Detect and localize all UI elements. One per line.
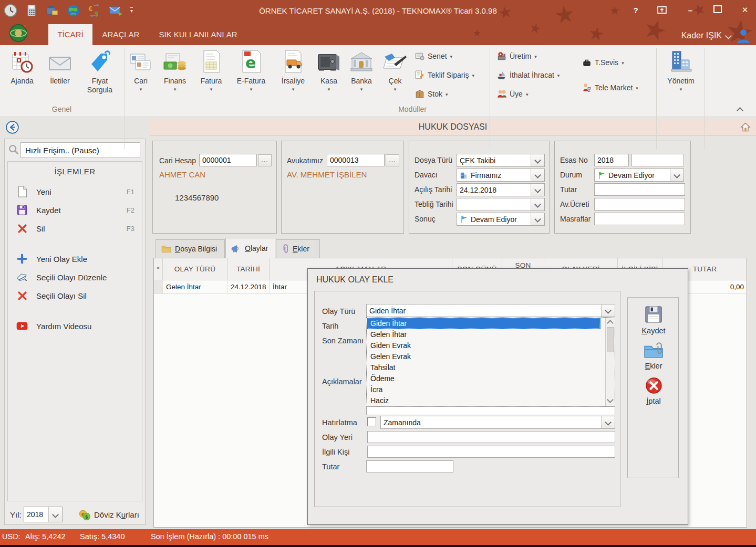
col-olay-turu[interactable]: OLAY TÜRÜ bbox=[163, 258, 227, 280]
chevron-down-icon[interactable] bbox=[531, 213, 544, 225]
ribbon-button-t-sevis[interactable]: T.Sevis▾ bbox=[582, 58, 624, 67]
chevron-down-icon[interactable] bbox=[601, 416, 615, 428]
ribbon-tab-araclar[interactable]: ARAÇLAR bbox=[99, 24, 143, 45]
sonuc-select[interactable]: Devam Ediyor bbox=[457, 213, 545, 226]
year-select[interactable]: 2018 bbox=[24, 507, 63, 522]
sidebar-item-sil[interactable]: Sil F3 bbox=[8, 220, 142, 236]
dialog-iptal-button[interactable]: İptal bbox=[628, 376, 679, 405]
chevron-down-icon[interactable] bbox=[601, 304, 615, 317]
aciklamalar-textarea[interactable] bbox=[366, 406, 615, 415]
ribbon-button-irsaliye[interactable]: İrsaliye ▾ bbox=[273, 49, 313, 92]
currency-coins-icon: €$ bbox=[78, 509, 91, 521]
chevron-down-icon[interactable] bbox=[48, 507, 62, 522]
back-button[interactable] bbox=[5, 120, 19, 134]
dropdown-option[interactable]: Gelen İhtar bbox=[367, 329, 600, 340]
ribbon-button-senet[interactable]: Senet▾ bbox=[415, 51, 452, 61]
sidebar-item-secili-olayi-duzenle[interactable]: Seçili Olayı Düzenle bbox=[8, 269, 142, 285]
esas-no-input-2[interactable] bbox=[631, 154, 684, 166]
sidebar-item-yeni[interactable]: Yeni F1 bbox=[8, 184, 142, 199]
ribbon-tab-sik-kullanilanlar[interactable]: SIK KULLANILANLAR bbox=[150, 24, 246, 45]
minimize-button[interactable]: – bbox=[685, 6, 696, 15]
currency-rates-button[interactable]: Döviz Kurları bbox=[94, 510, 139, 519]
ribbon-button-cek[interactable]: Çek ▾ bbox=[375, 49, 415, 92]
import-export-icon bbox=[497, 70, 506, 80]
dropdown-option[interactable]: Tahsilat bbox=[367, 362, 600, 373]
ribbon-button-finans[interactable]: Finans ▾ bbox=[155, 49, 195, 92]
dialog-tutar-input[interactable] bbox=[366, 460, 453, 472]
cari-hesap-browse-button[interactable]: … bbox=[258, 154, 272, 166]
ribbon-tab-ticari[interactable]: TİCARİ bbox=[48, 24, 92, 45]
ribbon-button-iletiler[interactable]: İletiler bbox=[40, 49, 80, 86]
dropdown-scrollbar[interactable] bbox=[605, 318, 615, 406]
hukuk-olay-ekle-dialog: HUKUK OLAY EKLE Olay Türü Giden İhtar Ta… bbox=[307, 268, 688, 525]
chevron-down-icon[interactable] bbox=[531, 154, 544, 166]
sidebar-item-yeni-olay-ekle[interactable]: Yeni Olay Ekle bbox=[8, 251, 142, 267]
teblig-tarihi-select[interactable] bbox=[457, 198, 545, 211]
tab-ekler[interactable]: Ekler bbox=[276, 239, 320, 258]
maximize-button[interactable] bbox=[712, 5, 723, 15]
tab-dosya-bilgisi[interactable]: Dosya Bilgisi bbox=[156, 239, 225, 258]
dropdown-option[interactable]: Haciz bbox=[367, 395, 600, 406]
dropdown-option[interactable]: Gelen Evrak bbox=[367, 351, 600, 362]
ribbon-button-teklif-siparis[interactable]: Teklif Sipariş▾ bbox=[415, 70, 474, 80]
user-menu[interactable]: Kader IŞIK bbox=[681, 27, 752, 44]
ribbon-button-fatura[interactable]: Fatura ▾ bbox=[191, 49, 231, 92]
ribbon-button-fiyat-sorgula[interactable]: Fiyat Sorgula bbox=[80, 49, 120, 94]
chevron-down-icon[interactable] bbox=[531, 198, 544, 211]
esas-no-input[interactable] bbox=[594, 154, 629, 166]
dock-window-button[interactable] bbox=[657, 6, 669, 14]
ribbon-button-ajanda[interactable]: Ajanda bbox=[2, 49, 42, 86]
ribbon-button-yonetim[interactable]: Yönetim ▾ bbox=[661, 49, 701, 92]
acilis-tarihi-select[interactable]: 24.12.2018 bbox=[457, 183, 545, 196]
search-input[interactable] bbox=[20, 142, 140, 158]
help-button[interactable]: ? bbox=[630, 6, 641, 15]
ribbon-button-uye[interactable]: Üye▾ bbox=[497, 89, 528, 99]
masraflar-label: Masraflar bbox=[560, 215, 591, 223]
dropdown-option[interactable]: Giden Evrak bbox=[367, 340, 600, 351]
ilgili-kisi-input[interactable] bbox=[367, 446, 615, 458]
dosya-turu-select[interactable]: ÇEK Takibi bbox=[457, 154, 545, 167]
sidebar-item-yardim-videosu[interactable]: Yardım Videosu bbox=[8, 318, 142, 334]
olay-yeri-input[interactable] bbox=[367, 431, 615, 443]
svg-text:e: e bbox=[245, 54, 256, 72]
tutar-input[interactable] bbox=[594, 183, 685, 196]
year-row: Yıl: 2018 €$ Döviz Kurları bbox=[5, 504, 145, 524]
scrollbar-thumb[interactable] bbox=[607, 327, 614, 352]
durum-select[interactable]: Devam Ediyor bbox=[594, 169, 684, 182]
home-icon[interactable] bbox=[740, 122, 751, 132]
olay-turu-combobox[interactable]: Giden İhtar bbox=[366, 304, 615, 317]
sidebar-item-secili-olayi-sil[interactable]: Seçili Olayı Sil bbox=[8, 288, 142, 303]
collapse-ribbon-icon[interactable] bbox=[737, 107, 743, 114]
dropdown-option[interactable]: Giden İhtar bbox=[367, 318, 600, 329]
attachments-folder-icon bbox=[628, 342, 679, 360]
ribbon-button-tele-market[interactable]: Tele Market▾ bbox=[582, 83, 638, 92]
avukat-browse-button[interactable]: … bbox=[386, 154, 399, 166]
hatirlatma-checkbox[interactable] bbox=[367, 417, 376, 426]
ribbon-button-ithalat-ihracat[interactable]: İthalat İhracat▾ bbox=[497, 70, 560, 80]
dropdown-arrow-icon: ▾ bbox=[231, 87, 271, 92]
sidebar-item-kaydet[interactable]: Kaydet F2 bbox=[8, 202, 142, 218]
app-logo[interactable] bbox=[8, 23, 28, 43]
col-tarihi[interactable]: TARİHİ bbox=[227, 258, 270, 280]
close-button[interactable]: ✕ bbox=[739, 5, 751, 15]
masraflar-input[interactable] bbox=[594, 213, 685, 225]
dialog-ekler-button[interactable]: Ekler bbox=[628, 342, 679, 370]
chevron-down-icon[interactable] bbox=[670, 169, 683, 181]
dialog-kaydet-button[interactable]: Kaydet bbox=[628, 305, 679, 335]
ribbon-group-genel: Genel bbox=[21, 105, 102, 113]
stock-box-icon bbox=[415, 89, 424, 99]
avukat-input[interactable] bbox=[327, 154, 385, 166]
ribbon-button-stok[interactable]: Stok▾ bbox=[415, 89, 448, 99]
av-ucreti-input[interactable] bbox=[594, 198, 685, 211]
chevron-down-icon[interactable] bbox=[531, 184, 544, 196]
davaci-select[interactable]: Firmamız bbox=[457, 169, 545, 182]
ribbon-button-uretim[interactable]: Üretim▾ bbox=[497, 51, 537, 61]
sidebar: İŞLEMLER Yeni F1 Kaydet F2 Sil F3 Yeni O… bbox=[4, 139, 146, 525]
tab-olaylar[interactable]: Olaylar bbox=[225, 238, 275, 258]
chevron-down-icon[interactable] bbox=[531, 169, 544, 181]
ribbon-button-e-fatura[interactable]: e E-Fatura ▾ bbox=[231, 49, 271, 92]
hatirlatma-combobox[interactable]: Zamanında bbox=[380, 416, 615, 429]
cari-hesap-input[interactable] bbox=[199, 154, 257, 166]
dropdown-option[interactable]: İcra bbox=[367, 384, 600, 395]
dropdown-option[interactable]: Ödeme bbox=[367, 373, 600, 384]
